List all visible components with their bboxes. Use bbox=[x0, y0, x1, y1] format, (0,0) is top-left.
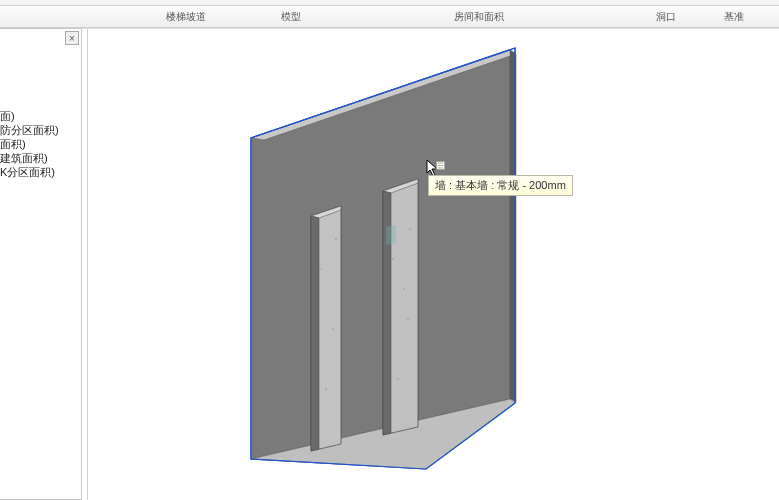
svg-point-19 bbox=[407, 318, 408, 319]
cursor-badge-icon bbox=[436, 161, 446, 171]
ribbon-group-label[interactable]: 房间和面积 bbox=[448, 10, 510, 24]
svg-point-9 bbox=[319, 268, 320, 269]
ribbon-group-label[interactable]: 基准 bbox=[718, 10, 750, 24]
list-item[interactable]: 建筑面积) bbox=[0, 151, 81, 165]
close-icon[interactable]: × bbox=[65, 31, 79, 45]
list-item[interactable]: 面积) bbox=[0, 137, 81, 151]
svg-marker-17 bbox=[386, 225, 396, 245]
viewport-3d[interactable]: 墙 : 基本墙 : 常规 - 200mm bbox=[82, 28, 779, 500]
svg-point-21 bbox=[409, 228, 410, 229]
svg-point-10 bbox=[332, 328, 333, 329]
list-item[interactable]: K分区面积) bbox=[0, 165, 81, 179]
properties-panel: × 面) 防分区面积) 面积) 建筑面积) K分区面积) bbox=[0, 28, 82, 500]
ribbon-group-label[interactable]: 洞口 bbox=[650, 10, 682, 24]
list-item[interactable]: 面) bbox=[0, 109, 81, 123]
svg-point-20 bbox=[397, 378, 398, 379]
svg-point-23 bbox=[403, 288, 404, 289]
wall-3d-model[interactable] bbox=[88, 29, 778, 500]
svg-point-18 bbox=[392, 258, 393, 259]
svg-point-11 bbox=[325, 388, 326, 389]
ribbon-group-label[interactable]: 模型 bbox=[275, 10, 307, 24]
svg-marker-8 bbox=[311, 216, 319, 451]
svg-marker-1 bbox=[251, 50, 510, 459]
svg-point-22 bbox=[389, 408, 390, 409]
element-tooltip: 墙 : 基本墙 : 常规 - 200mm bbox=[428, 175, 573, 196]
ribbon-groups: 楼梯坡道 模型 房间和面积 洞口 基准 bbox=[0, 6, 779, 28]
ribbon-tabs bbox=[0, 0, 779, 6]
list-item[interactable]: 防分区面积) bbox=[0, 123, 81, 137]
svg-point-13 bbox=[317, 423, 318, 424]
svg-point-12 bbox=[335, 238, 336, 239]
ribbon-group-label[interactable]: 楼梯坡道 bbox=[160, 10, 212, 24]
